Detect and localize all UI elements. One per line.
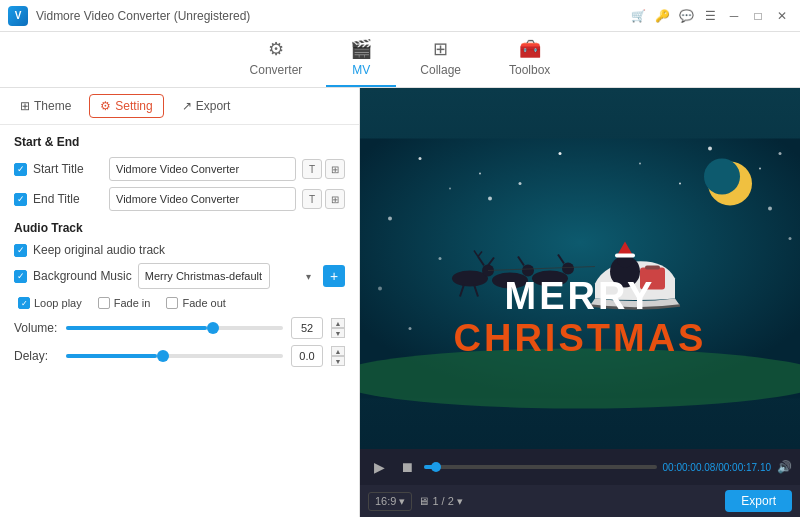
keep-audio-checkbox[interactable] [14, 244, 27, 257]
loop-play-option: Loop play [18, 297, 82, 309]
tab-mv-label: MV [352, 63, 370, 77]
page-chevron: ▾ [457, 495, 463, 508]
close-icon[interactable]: ✕ [772, 6, 792, 26]
delay-slider[interactable] [66, 354, 283, 358]
start-title-grid-icon[interactable]: ⊞ [325, 159, 345, 179]
app-title: Vidmore Video Converter (Unregistered) [36, 9, 628, 23]
tab-toolbox-label: Toolbox [509, 63, 550, 77]
fade-in-checkbox[interactable] [98, 297, 110, 309]
menu-icon[interactable]: ☰ [700, 6, 720, 26]
volume-down-button[interactable]: ▼ [331, 328, 345, 338]
page-indicator-value: 1 / 2 [432, 495, 453, 507]
svg-point-4 [639, 163, 641, 165]
mv-icon: 🎬 [350, 38, 372, 60]
svg-point-27 [562, 263, 574, 275]
svg-point-8 [449, 188, 451, 190]
start-title-text-icon[interactable]: T [302, 159, 322, 179]
setting-button[interactable]: ⚙ Setting [89, 94, 163, 118]
volume-slider[interactable] [66, 326, 283, 330]
end-title-checkbox[interactable] [14, 193, 27, 206]
play-button[interactable]: ▶ [368, 456, 390, 478]
svg-point-5 [708, 147, 712, 151]
start-title-label: Start Title [33, 162, 103, 176]
audio-track-section: Audio Track Keep original audio track Ba… [14, 221, 345, 367]
fade-out-option: Fade out [166, 297, 225, 309]
cart-icon[interactable]: 🛒 [628, 6, 648, 26]
aspect-ratio-label: 16:9 [375, 495, 396, 507]
volume-up-button[interactable]: ▲ [331, 318, 345, 328]
fade-in-option: Fade in [98, 297, 151, 309]
delay-spin: ▲ ▼ [331, 346, 345, 366]
export-button[interactable]: ↗ Export [172, 95, 241, 117]
end-title-input[interactable] [109, 187, 296, 211]
tab-toolbox[interactable]: 🧰 Toolbox [485, 32, 574, 87]
export-arrow-icon: ↗ [182, 99, 192, 113]
volume-value: 52 [291, 317, 323, 339]
svg-rect-39 [615, 254, 635, 258]
main-layout: ⊞ Theme ⚙ Setting ↗ Export Start & End S… [0, 88, 800, 517]
svg-point-12 [388, 217, 392, 221]
volume-thumb[interactable] [207, 322, 219, 334]
aspect-ratio-button[interactable]: 16:9 ▾ [368, 492, 412, 511]
end-title-label: End Title [33, 192, 103, 206]
end-title-icons: T ⊞ [302, 189, 345, 209]
nav-tabs: ⚙ Converter 🎬 MV ⊞ Collage 🧰 Toolbox [0, 32, 800, 88]
svg-point-2 [479, 173, 481, 175]
tab-mv[interactable]: 🎬 MV [326, 32, 396, 87]
options-row: Loop play Fade in Fade out [14, 297, 345, 309]
volume-icon[interactable]: 🔊 [777, 460, 792, 474]
bg-music-checkbox[interactable] [14, 270, 27, 283]
setting-gear-icon: ⚙ [100, 99, 111, 113]
delay-thumb[interactable] [157, 350, 169, 362]
export-button[interactable]: Export [725, 490, 792, 512]
tab-converter[interactable]: ⚙ Converter [226, 32, 327, 87]
bg-music-add-button[interactable]: + [323, 265, 345, 287]
end-title-text-icon[interactable]: T [302, 189, 322, 209]
time-total: 00:00:17.10 [718, 462, 771, 473]
maximize-icon[interactable]: □ [748, 6, 768, 26]
minimize-icon[interactable]: ─ [724, 6, 744, 26]
delay-fill [66, 354, 157, 358]
progress-dot [431, 462, 441, 472]
progress-bar[interactable] [424, 465, 657, 469]
time-display: 00:00:00.08/00:00:17.10 [663, 462, 771, 473]
delay-down-button[interactable]: ▼ [331, 356, 345, 366]
svg-point-17 [378, 287, 382, 291]
fade-out-checkbox[interactable] [166, 297, 178, 309]
stop-button[interactable]: ⏹ [396, 456, 418, 478]
delay-up-button[interactable]: ▲ [331, 346, 345, 356]
fade-in-label: Fade in [114, 297, 151, 309]
chat-icon[interactable]: 💬 [676, 6, 696, 26]
delay-label: Delay: [14, 349, 58, 363]
bg-music-select[interactable]: Merry Christmas-default [138, 263, 270, 289]
volume-row: Volume: 52 ▲ ▼ [14, 317, 345, 339]
page-indicator[interactable]: 🖥 1 / 2 ▾ [418, 495, 462, 508]
title-bar-actions: 🛒 🔑 💬 ☰ ─ □ ✕ [628, 6, 792, 26]
setting-label: Setting [115, 99, 152, 113]
secondary-controls: 16:9 ▾ 🖥 1 / 2 ▾ Export [360, 485, 800, 517]
svg-point-20 [704, 159, 740, 195]
svg-point-10 [679, 183, 681, 185]
aspect-ratio-chevron: ▾ [399, 495, 405, 508]
theme-button[interactable]: ⊞ Theme [10, 95, 81, 117]
svg-point-18 [409, 327, 412, 330]
bg-music-row: Background Music Merry Christmas-default… [14, 263, 345, 289]
key-icon[interactable]: 🔑 [652, 6, 672, 26]
export-label: Export [196, 99, 231, 113]
svg-point-9 [519, 182, 522, 185]
end-title-grid-icon[interactable]: ⊞ [325, 189, 345, 209]
bg-music-select-wrapper: Merry Christmas-default [138, 263, 317, 289]
start-title-input[interactable] [109, 157, 296, 181]
volume-label: Volume: [14, 321, 58, 335]
tab-collage[interactable]: ⊞ Collage [396, 32, 485, 87]
preview-svg: MERRY CHRISTMAS [360, 88, 800, 449]
audio-track-title: Audio Track [14, 221, 345, 235]
svg-point-1 [419, 157, 422, 160]
toolbox-icon: 🧰 [519, 38, 541, 60]
loop-play-checkbox[interactable] [18, 297, 30, 309]
svg-text:CHRISTMAS: CHRISTMAS [454, 317, 707, 359]
svg-point-3 [559, 152, 562, 155]
converter-icon: ⚙ [268, 38, 284, 60]
svg-point-6 [759, 168, 761, 170]
start-title-checkbox[interactable] [14, 163, 27, 176]
